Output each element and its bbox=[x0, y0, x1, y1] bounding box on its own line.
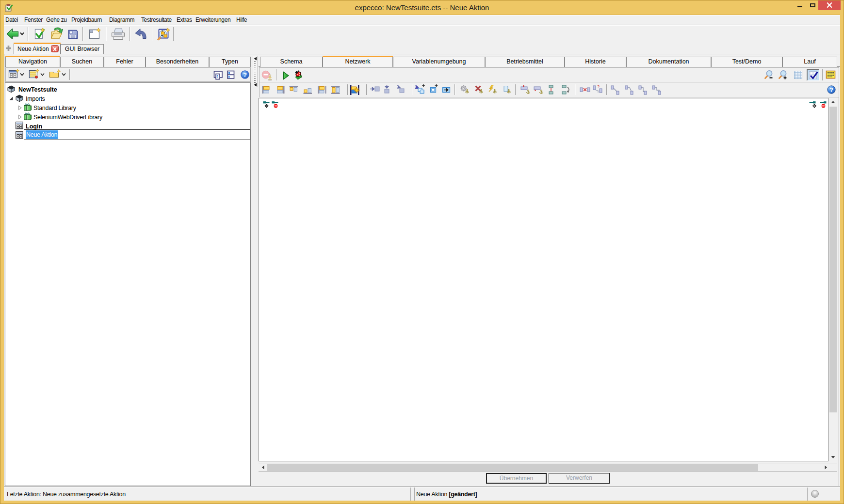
svg-text:?: ? bbox=[243, 72, 247, 79]
svg-text:?: ? bbox=[829, 87, 833, 94]
svg-text:?: ? bbox=[597, 84, 600, 89]
